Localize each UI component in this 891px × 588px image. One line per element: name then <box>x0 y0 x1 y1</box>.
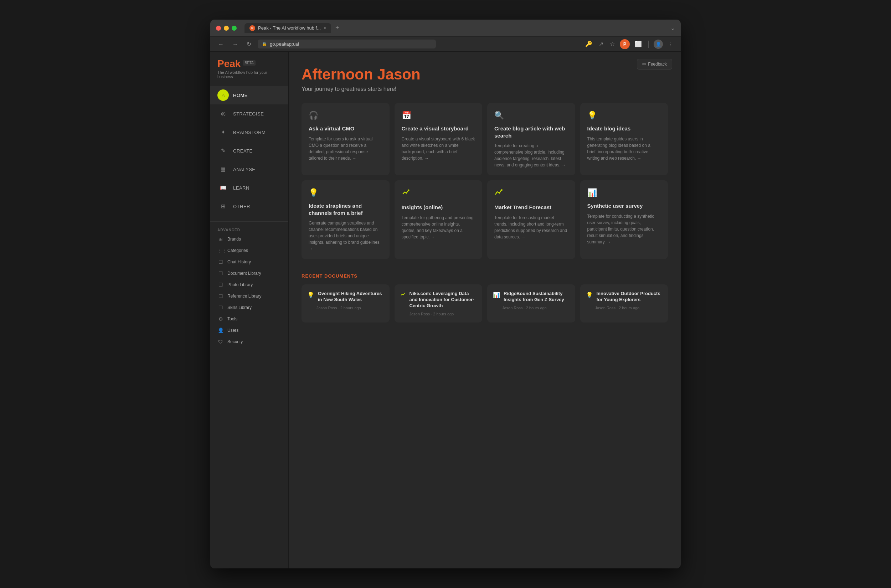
browser-titlebar: P Peak - The AI workflow hub f... × + ⌄ <box>210 20 681 37</box>
user-survey-card-icon: 📊 <box>587 188 661 197</box>
tab-favicon: P <box>249 25 255 31</box>
recent-card-nike[interactable]: Nike.com: Leveraging Data and Innovation… <box>394 284 483 322</box>
straplines-card-title: Ideate straplines and channels from a br… <box>309 202 382 216</box>
sidebar-item-security[interactable]: 🛡 Security <box>210 336 288 348</box>
peak-extension-icon[interactable]: P <box>620 39 630 49</box>
share-icon[interactable]: ↗ <box>597 39 605 49</box>
sidebar-label-strategise: STRATEGISE <box>233 111 264 117</box>
extensions-icon[interactable]: 🔑 <box>584 39 594 49</box>
feedback-mail-icon: ✉ <box>642 62 646 67</box>
sidebar-item-strategise[interactable]: ◎ STRATEGISE <box>210 104 288 123</box>
market-trend-card-icon <box>494 188 568 199</box>
bookmark-icon[interactable]: ☆ <box>608 39 616 49</box>
template-card-straplines[interactable]: 💡 Ideate straplines and channels from a … <box>302 180 390 259</box>
sidebar-label-brainstorm: BRAINSTORM <box>233 130 266 135</box>
recent-card-ridgebound-header: 📊 RidgeBound Sustainability Insights fro… <box>493 291 570 303</box>
user-survey-card-title: Synthetic user survey <box>587 202 661 210</box>
recent-card-ridgebound[interactable]: 📊 RidgeBound Sustainability Insights fro… <box>487 284 575 322</box>
brainstorm-icon: ✦ <box>218 126 229 138</box>
template-card-blog-article[interactable]: 🔍 Create blog article with web search Te… <box>487 103 575 176</box>
sidebar-logo: Peak BETA The AI workflow hub for your b… <box>210 52 288 83</box>
new-tab-button[interactable]: + <box>333 24 342 32</box>
template-card-insights[interactable]: Insights (online) Template for gathering… <box>394 180 483 259</box>
users-icon: 👤 <box>218 327 224 333</box>
storyboard-card-title: Create a visual storyboard <box>402 125 476 132</box>
minimize-button[interactable] <box>224 26 229 31</box>
back-button[interactable]: ← <box>216 39 226 49</box>
sidebar-label-learn: LEARN <box>233 185 249 190</box>
recent-card-outdoor[interactable]: 💡 Innovative Outdoor Products for Young … <box>580 284 668 322</box>
svg-line-1 <box>408 190 409 191</box>
logo-name: Peak <box>218 59 241 69</box>
sidebar-item-brands[interactable]: ⊞ Brands <box>210 233 288 245</box>
recent-card-nike-header: Nike.com: Leveraging Data and Innovation… <box>400 291 477 309</box>
template-card-market-trend[interactable]: Market Trend Forecast Template for forec… <box>487 180 575 259</box>
forward-button[interactable]: → <box>230 39 240 49</box>
skills-library-label: Skills Library <box>227 305 252 310</box>
create-icon: ✎ <box>218 145 229 156</box>
sidebar-item-photo-library[interactable]: ☐ Photo Library <box>210 279 288 290</box>
maximize-button[interactable] <box>232 26 237 31</box>
template-card-blog-ideas[interactable]: 💡 Ideate blog ideas This template guides… <box>580 103 668 176</box>
recent-nike-icon <box>400 291 406 298</box>
chat-history-label: Chat History <box>227 260 251 264</box>
recent-nike-title: Nike.com: Leveraging Data and Innovation… <box>410 291 477 309</box>
sidebar-item-analyse[interactable]: ▦ ANALYSE <box>210 160 288 178</box>
blog-ideas-card-title: Ideate blog ideas <box>587 125 661 132</box>
browser-tab-active[interactable]: P Peak - The AI workflow hub f... × <box>244 23 331 33</box>
sidebar-item-home[interactable]: ⌂ HOME <box>210 86 288 104</box>
recent-outdoor-icon: 💡 <box>586 291 593 298</box>
blog-ideas-card-icon: 💡 <box>587 111 661 120</box>
recent-card-hiking[interactable]: 💡 Overnight Hiking Adventures in New Sou… <box>302 284 390 322</box>
sidebar-toggle-icon[interactable]: ⬜ <box>633 39 643 49</box>
brands-label: Brands <box>227 237 241 242</box>
close-button[interactable] <box>216 26 221 31</box>
recent-ridgebound-meta: Jason Ross · 2 hours ago <box>493 306 570 310</box>
sidebar-item-document-library[interactable]: ☐ Document Library <box>210 268 288 279</box>
recent-hiking-icon: 💡 <box>307 291 314 298</box>
sidebar-label-other: OTHER <box>233 204 250 209</box>
security-icon: 🛡 <box>218 339 224 345</box>
recent-documents-grid: 💡 Overnight Hiking Adventures in New Sou… <box>302 284 668 322</box>
sidebar-item-skills-library[interactable]: ☐ Skills Library <box>210 302 288 313</box>
toolbar-divider <box>648 40 649 48</box>
traffic-lights <box>216 26 237 31</box>
feedback-button[interactable]: ✉ Feedback <box>637 59 672 69</box>
document-library-label: Document Library <box>227 271 261 276</box>
template-card-storyboard[interactable]: 📅 Create a visual storyboard Create a vi… <box>394 103 483 176</box>
straplines-card-icon: 💡 <box>309 188 382 197</box>
sidebar-item-reference-library[interactable]: ☐ Reference Library <box>210 290 288 302</box>
sidebar-label-home: HOME <box>233 93 248 98</box>
sidebar-item-create[interactable]: ✎ CREATE <box>210 141 288 160</box>
profile-icon[interactable]: 👤 <box>654 39 663 49</box>
template-card-cmo[interactable]: 🎧 Ask a virtual CMO Template for users t… <box>302 103 390 176</box>
template-grid: 🎧 Ask a virtual CMO Template for users t… <box>302 103 668 259</box>
sidebar-item-brainstorm[interactable]: ✦ BRAINSTORM <box>210 123 288 141</box>
recent-documents-title: RECENT DOCUMENTS <box>302 273 668 279</box>
sidebar-item-tools[interactable]: ⚙ Tools <box>210 313 288 325</box>
browser-tab-bar: P Peak - The AI workflow hub f... × + <box>244 23 667 33</box>
blog-ideas-card-desc: This template guides users in generating… <box>587 136 661 161</box>
market-trend-card-desc: Template for forecasting market trends, … <box>494 214 568 240</box>
sidebar-item-other[interactable]: ⊞ OTHER <box>210 197 288 216</box>
template-card-user-survey[interactable]: 📊 Synthetic user survey Template for con… <box>580 180 668 259</box>
recent-ridgebound-title: RidgeBound Sustainability Insights from … <box>504 291 570 303</box>
users-label: Users <box>227 328 238 333</box>
greeting-title: Afternoon Jason <box>302 66 668 83</box>
recent-nike-meta: Jason Ross · 2 hours ago <box>400 312 477 316</box>
reference-library-label: Reference Library <box>227 294 261 298</box>
address-bar[interactable]: 🔒 go.peakapp.ai <box>258 39 436 48</box>
sidebar-item-learn[interactable]: 📖 LEARN <box>210 178 288 197</box>
insights-card-icon <box>402 188 476 199</box>
tab-close-icon[interactable]: × <box>324 26 326 31</box>
analyse-icon: ▦ <box>218 164 229 175</box>
reference-library-icon: ☐ <box>218 293 224 299</box>
sidebar-item-chat-history[interactable]: ☐ Chat History <box>210 256 288 268</box>
cmo-card-desc: Template for users to ask a virtual CMO … <box>309 136 382 161</box>
sidebar-item-users[interactable]: 👤 Users <box>210 325 288 336</box>
more-options-icon[interactable]: ⋮ <box>666 39 675 49</box>
refresh-button[interactable]: ↻ <box>244 39 254 49</box>
advanced-section-label: ADVANCED <box>210 225 288 233</box>
sidebar-item-categories[interactable]: ⋮⋮ Categories <box>210 245 288 256</box>
window-controls[interactable]: ⌄ <box>670 25 675 32</box>
